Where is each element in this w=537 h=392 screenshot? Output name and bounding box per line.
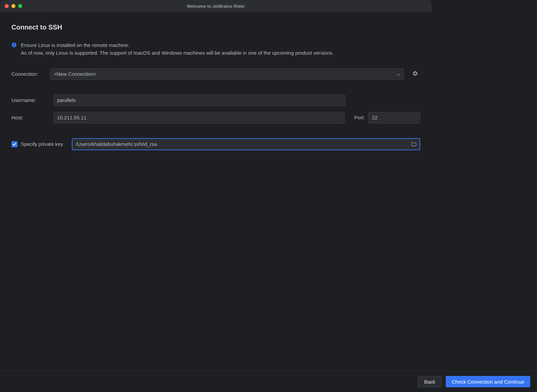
titlebar: Welcome to JetBrains Rider (0, 0, 432, 12)
specify-private-key-label: Specify private key (21, 141, 63, 147)
connection-select[interactable]: <New Connection> (50, 68, 404, 80)
connection-row: Connection: <New Connection> (11, 68, 420, 80)
maximize-window-button[interactable] (18, 4, 22, 8)
private-key-input-wrap (72, 138, 420, 150)
username-input[interactable] (53, 95, 345, 106)
close-window-button[interactable] (5, 4, 9, 8)
browse-folder-button[interactable] (411, 141, 417, 147)
gear-icon (412, 70, 418, 77)
username-label: Username: (11, 97, 50, 103)
folder-icon (411, 141, 417, 147)
minimize-window-button[interactable] (11, 4, 15, 8)
connection-settings-button[interactable] (410, 69, 420, 79)
window-controls (0, 4, 22, 8)
username-row: Username: (11, 95, 420, 106)
checkbox-box (11, 141, 17, 147)
info-icon (11, 42, 17, 48)
svg-point-1 (14, 43, 14, 44)
svg-rect-2 (14, 45, 14, 47)
connection-selected-value: <New Connection> (54, 71, 97, 77)
info-text: Ensure Linux is installed on the remote … (21, 41, 334, 57)
specify-private-key-checkbox[interactable]: Specify private key (11, 141, 63, 147)
chevron-down-icon (396, 72, 400, 76)
port-label: Port: (354, 115, 365, 120)
host-row: Host: Port: (11, 112, 420, 123)
connection-label: Connection: (11, 71, 50, 77)
private-key-input[interactable] (72, 138, 420, 150)
content-area: Connect to SSH Ensure Linux is installed… (0, 12, 432, 150)
host-label: Host: (11, 115, 50, 120)
info-panel: Ensure Linux is installed on the remote … (11, 41, 420, 57)
port-input[interactable] (368, 112, 420, 123)
check-icon (12, 142, 16, 146)
info-line-1: Ensure Linux is installed on the remote … (21, 42, 130, 48)
host-input[interactable] (53, 112, 345, 123)
page-title: Connect to SSH (11, 23, 420, 31)
info-line-2: As of now, only Linux is supported. The … (21, 50, 334, 56)
window-title: Welcome to JetBrains Rider (0, 4, 432, 9)
private-key-row: Specify private key (11, 138, 420, 150)
